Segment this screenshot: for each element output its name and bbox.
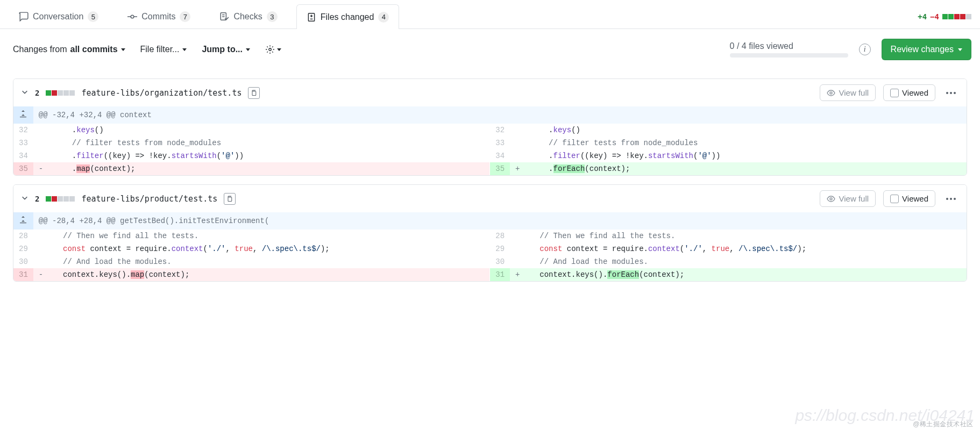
diff-marker-add: + [510,268,525,281]
tab-conversation[interactable]: Conversation 5 [9,4,109,28]
caret-down-icon [958,48,962,51]
svg-point-0 [131,15,134,18]
pr-tabnav: Conversation 5 Commits 7 Checks 3 Files … [0,4,980,29]
expand-hunk-button[interactable] [13,212,33,230]
line-number-left[interactable]: 29 [13,242,33,255]
diff-marker-del: - [33,162,48,175]
svg-point-14 [830,198,832,200]
svg-point-12 [830,92,832,94]
tab-files-changed[interactable]: Files changed 4 [296,4,400,29]
viewed-toggle[interactable]: Viewed [883,190,935,207]
checkbox-icon [890,89,899,97]
file-filter-dropdown[interactable]: File filter... [140,45,187,54]
tab-label: Files changed [321,12,374,22]
label: Review changes [891,45,954,54]
additions-count: +4 [918,12,927,21]
line-number-left[interactable]: 33 [13,137,33,149]
tab-checks[interactable]: Checks 3 [209,4,287,28]
changes-from-dropdown[interactable]: Changes from all commits [13,45,125,54]
diff-settings-dropdown[interactable] [265,45,281,54]
copy-path-button[interactable] [248,87,260,99]
copy-path-button[interactable] [224,193,236,205]
file-change-count: 2 [35,89,39,97]
gear-icon [265,45,275,54]
progress-text: 0 / 4 files viewed [730,41,848,51]
line-number-right[interactable]: 32 [490,124,510,137]
code-cell-add: context.keys().forEach(context); [525,268,967,281]
line-number-right[interactable]: 30 [490,255,510,268]
code-cell-right: .keys() [525,124,967,137]
file-diffstat-blocks [46,196,75,202]
review-changes-button[interactable]: Review changes [882,39,971,60]
collapse-toggle[interactable] [21,88,29,97]
comment-icon [19,12,29,22]
code-cell-del: .map(context); [48,162,490,175]
file-actions: View full Viewed [820,84,959,101]
file-actions: View full Viewed [820,190,959,207]
code-cell-right: .filter((key) => !key.startsWith('@')) [525,149,967,162]
hunk-header: @@ -28,4 +28,4 @@ getTestBed().initTestE… [33,212,967,230]
value: all commits [70,45,118,54]
diff-marker [510,149,525,162]
code-cell-right: // And load the modules. [525,255,967,268]
code-cell-left: // And load the modules. [48,255,490,268]
svg-point-10 [269,48,272,51]
line-number-right[interactable]: 35 [490,162,510,175]
caret-down-icon [246,48,250,51]
code-cell-left: // filter tests from node_modules [48,137,490,149]
info-icon[interactable]: i [859,44,871,55]
label: Viewed [902,194,928,203]
diff-marker [33,137,48,149]
files-container: 2 feature-libs/organization/test.ts View… [0,78,980,282]
file-menu-button[interactable] [943,89,959,97]
diffstat-blocks [942,14,971,19]
file-path[interactable]: feature-libs/product/test.ts [81,194,217,204]
code-cell-right: // filter tests from node_modules [525,137,967,149]
files-viewed-progress: 0 / 4 files viewed [730,41,848,58]
line-number-left[interactable]: 30 [13,255,33,268]
line-number-left[interactable]: 28 [13,230,33,242]
tab-count: 5 [88,11,98,22]
line-number-left[interactable]: 31 [13,268,33,281]
label: View full [839,88,869,97]
tab-count: 3 [267,11,278,22]
line-number-left[interactable]: 35 [13,162,33,175]
diff-marker [33,149,48,162]
progress-bar [730,53,848,58]
collapse-toggle[interactable] [21,194,29,203]
diff-marker-del: - [33,268,48,281]
file-header: 2 feature-libs/product/test.ts View full… [13,185,967,212]
file-path[interactable]: feature-libs/organization/test.ts [81,88,242,98]
file-diff: 2 feature-libs/organization/test.ts View… [13,78,967,176]
tabs: Conversation 5 Commits 7 Checks 3 Files … [9,4,918,28]
jump-to-dropdown[interactable]: Jump to... [202,45,250,54]
checklist-icon [219,12,229,22]
line-number-left[interactable]: 34 [13,149,33,162]
file-change-count: 2 [35,195,39,203]
line-number-right[interactable]: 28 [490,230,510,242]
diff-marker [510,230,525,242]
file-diffstat-blocks [46,90,75,96]
code-cell-left: .keys() [48,124,490,137]
view-full-button[interactable]: View full [820,84,876,101]
code-cell-del: context.keys().map(context); [48,268,490,281]
line-number-right[interactable]: 29 [490,242,510,255]
expand-hunk-button[interactable] [13,106,33,124]
code-cell-left: // Then we find all the tests. [48,230,490,242]
file-menu-button[interactable] [943,195,959,203]
caret-down-icon [182,48,187,51]
viewed-toggle[interactable]: Viewed [883,84,935,101]
view-full-button[interactable]: View full [820,190,876,207]
diff-marker [510,124,525,137]
line-number-right[interactable]: 33 [490,137,510,149]
caret-down-icon [277,48,281,51]
diff-marker-add: + [510,162,525,175]
hunk-header: @@ -32,4 +32,4 @@ context [33,106,967,124]
line-number-right[interactable]: 31 [490,268,510,281]
label: Changes from [13,45,67,54]
tab-commits[interactable]: Commits 7 [117,4,201,28]
line-number-right[interactable]: 34 [490,149,510,162]
checkbox-icon [890,195,899,203]
diff-toolbar: Changes from all commits File filter... … [0,29,980,70]
line-number-left[interactable]: 32 [13,124,33,137]
